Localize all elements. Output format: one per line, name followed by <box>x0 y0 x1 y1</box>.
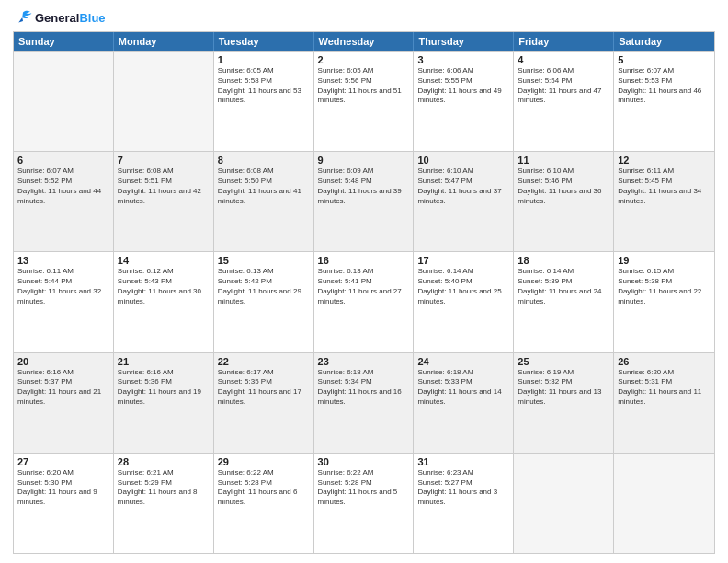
sunrise-text: Sunrise: 6:18 AM <box>318 368 410 378</box>
daylight-text: Daylight: 11 hours and 41 minutes. <box>218 187 310 207</box>
day-number: 6 <box>17 155 109 166</box>
header: GeneralBlue <box>13 9 715 26</box>
sunrise-text: Sunrise: 6:05 AM <box>218 66 310 76</box>
day-number: 2 <box>318 54 410 65</box>
sunset-text: Sunset: 5:35 PM <box>218 377 310 387</box>
cal-cell-18: 18Sunrise: 6:14 AMSunset: 5:39 PMDayligh… <box>514 252 614 351</box>
daylight-text: Daylight: 11 hours and 21 minutes. <box>17 387 109 408</box>
sunset-text: Sunset: 5:44 PM <box>17 277 109 287</box>
daylight-text: Daylight: 11 hours and 9 minutes. <box>17 488 109 508</box>
day-number: 14 <box>118 255 210 266</box>
day-number: 27 <box>17 456 109 467</box>
day-number: 31 <box>417 456 509 467</box>
daylight-text: Daylight: 11 hours and 49 minutes. <box>417 86 509 107</box>
cal-cell-empty-1 <box>114 52 214 151</box>
sunset-text: Sunset: 5:36 PM <box>118 377 210 387</box>
sunset-text: Sunset: 5:42 PM <box>218 277 310 287</box>
daylight-text: Daylight: 11 hours and 51 minutes. <box>318 86 410 107</box>
cal-cell-empty-0 <box>14 52 114 151</box>
sunrise-text: Sunrise: 6:16 AM <box>17 368 109 378</box>
sunrise-text: Sunrise: 6:21 AM <box>118 468 210 478</box>
sunrise-text: Sunrise: 6:08 AM <box>118 167 210 177</box>
daylight-text: Daylight: 11 hours and 36 minutes. <box>518 187 609 207</box>
cal-cell-4: 4Sunrise: 6:06 AMSunset: 5:54 PMDaylight… <box>514 52 614 151</box>
cal-cell-12: 12Sunrise: 6:11 AMSunset: 5:45 PMDayligh… <box>614 152 714 251</box>
day-number: 18 <box>518 255 609 266</box>
calendar-row-3: 20Sunrise: 6:16 AMSunset: 5:37 PMDayligh… <box>14 352 714 453</box>
header-day-sunday: Sunday <box>14 32 114 51</box>
cal-cell-30: 30Sunrise: 6:22 AMSunset: 5:28 PMDayligh… <box>314 454 415 553</box>
sunrise-text: Sunrise: 6:14 AM <box>518 267 609 277</box>
sunset-text: Sunset: 5:31 PM <box>618 377 711 387</box>
cal-cell-9: 9Sunrise: 6:09 AMSunset: 5:48 PMDaylight… <box>314 152 415 251</box>
daylight-text: Daylight: 11 hours and 13 minutes. <box>518 387 609 408</box>
cal-cell-1: 1Sunrise: 6:05 AMSunset: 5:58 PMDaylight… <box>214 52 314 151</box>
day-number: 4 <box>518 54 609 65</box>
sunrise-text: Sunrise: 6:07 AM <box>618 66 711 76</box>
cal-cell-15: 15Sunrise: 6:13 AMSunset: 5:42 PMDayligh… <box>214 252 314 351</box>
day-number: 29 <box>218 456 310 467</box>
sunrise-text: Sunrise: 6:09 AM <box>318 167 410 177</box>
sunrise-text: Sunrise: 6:05 AM <box>318 66 410 76</box>
sunset-text: Sunset: 5:46 PM <box>518 177 609 187</box>
day-number: 28 <box>118 456 210 467</box>
calendar-row-2: 13Sunrise: 6:11 AMSunset: 5:44 PMDayligh… <box>14 251 714 351</box>
daylight-text: Daylight: 11 hours and 24 minutes. <box>518 287 609 307</box>
calendar-row-0: 1Sunrise: 6:05 AMSunset: 5:58 PMDaylight… <box>14 51 714 151</box>
sunset-text: Sunset: 5:34 PM <box>318 377 410 387</box>
calendar-header: SundayMondayTuesdayWednesdayThursdayFrid… <box>14 32 714 51</box>
sunrise-text: Sunrise: 6:15 AM <box>618 267 711 277</box>
cal-cell-11: 11Sunrise: 6:10 AMSunset: 5:46 PMDayligh… <box>514 152 614 251</box>
sunrise-text: Sunrise: 6:22 AM <box>218 468 310 478</box>
sunset-text: Sunset: 5:45 PM <box>618 177 711 187</box>
cal-cell-31: 31Sunrise: 6:23 AMSunset: 5:27 PMDayligh… <box>414 454 514 553</box>
cal-cell-28: 28Sunrise: 6:21 AMSunset: 5:29 PMDayligh… <box>114 454 214 553</box>
sunrise-text: Sunrise: 6:11 AM <box>618 167 711 177</box>
cal-cell-empty-6 <box>614 454 714 553</box>
day-number: 20 <box>17 356 109 367</box>
page: GeneralBlue SundayMondayTuesdayWednesday… <box>0 0 728 563</box>
day-number: 9 <box>318 155 410 166</box>
daylight-text: Daylight: 11 hours and 37 minutes. <box>417 187 509 207</box>
sunset-text: Sunset: 5:50 PM <box>218 177 310 187</box>
sunset-text: Sunset: 5:43 PM <box>118 277 210 287</box>
day-number: 12 <box>618 155 711 166</box>
sunrise-text: Sunrise: 6:08 AM <box>218 167 310 177</box>
sunrise-text: Sunrise: 6:06 AM <box>417 66 509 76</box>
day-number: 16 <box>318 255 410 266</box>
sunrise-text: Sunrise: 6:20 AM <box>17 468 109 478</box>
header-day-thursday: Thursday <box>414 32 514 51</box>
sunrise-text: Sunrise: 6:17 AM <box>218 368 310 378</box>
cal-cell-2: 2Sunrise: 6:05 AMSunset: 5:56 PMDaylight… <box>314 52 415 151</box>
daylight-text: Daylight: 11 hours and 6 minutes. <box>218 488 310 508</box>
sunset-text: Sunset: 5:38 PM <box>618 277 711 287</box>
sunrise-text: Sunrise: 6:07 AM <box>17 167 109 177</box>
daylight-text: Daylight: 11 hours and 14 minutes. <box>417 387 509 408</box>
sunset-text: Sunset: 5:37 PM <box>17 377 109 387</box>
sunset-text: Sunset: 5:41 PM <box>318 277 410 287</box>
day-number: 30 <box>318 456 410 467</box>
sunset-text: Sunset: 5:39 PM <box>518 277 609 287</box>
cal-cell-empty-5 <box>514 454 614 553</box>
calendar-row-1: 6Sunrise: 6:07 AMSunset: 5:52 PMDaylight… <box>14 151 714 251</box>
day-number: 13 <box>17 255 109 266</box>
day-number: 19 <box>618 255 711 266</box>
cal-cell-6: 6Sunrise: 6:07 AMSunset: 5:52 PMDaylight… <box>14 152 114 251</box>
daylight-text: Daylight: 11 hours and 5 minutes. <box>318 488 410 508</box>
day-number: 25 <box>518 356 609 367</box>
daylight-text: Daylight: 11 hours and 27 minutes. <box>318 287 410 307</box>
daylight-text: Daylight: 11 hours and 29 minutes. <box>218 287 310 307</box>
day-number: 24 <box>417 356 509 367</box>
day-number: 3 <box>417 54 509 65</box>
sunset-text: Sunset: 5:27 PM <box>417 478 509 488</box>
day-number: 7 <box>118 155 210 166</box>
daylight-text: Daylight: 11 hours and 22 minutes. <box>618 287 711 307</box>
header-day-tuesday: Tuesday <box>214 32 314 51</box>
day-number: 26 <box>618 356 711 367</box>
logo-icon <box>13 9 33 26</box>
cal-cell-20: 20Sunrise: 6:16 AMSunset: 5:37 PMDayligh… <box>14 353 114 453</box>
sunrise-text: Sunrise: 6:16 AM <box>118 368 210 378</box>
sunset-text: Sunset: 5:54 PM <box>518 76 609 86</box>
sunset-text: Sunset: 5:30 PM <box>17 478 109 488</box>
cal-cell-16: 16Sunrise: 6:13 AMSunset: 5:41 PMDayligh… <box>314 252 415 351</box>
